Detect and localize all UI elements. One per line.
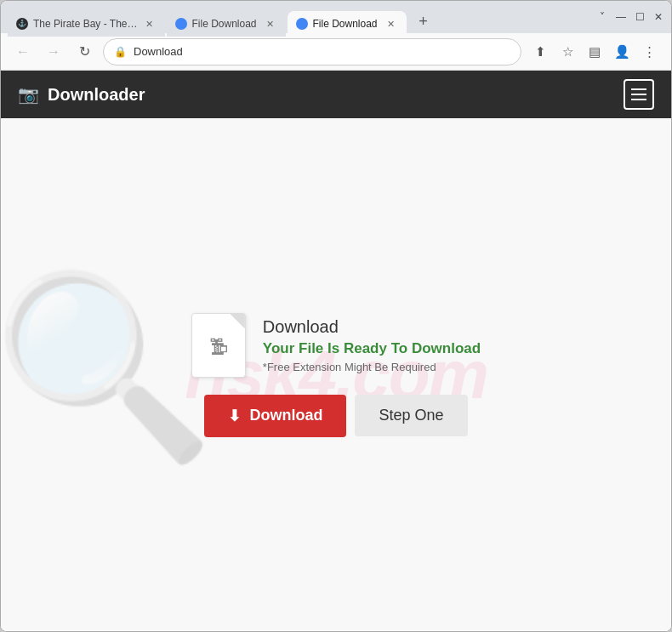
tab-3[interactable]: File Download ✕ <box>288 11 407 37</box>
title-bar: ⚓ The Pirate Bay - The… ✕ File Download … <box>1 1 671 33</box>
window-controls: ˅ — ☐ ✕ <box>596 11 664 23</box>
file-ready-text: Your File Is Ready To Download <box>263 340 481 357</box>
back-button[interactable]: ← <box>11 40 35 64</box>
address-bar[interactable]: 🔒 Download <box>103 38 521 65</box>
file-icon: 🗜 <box>191 313 246 378</box>
tab-3-close[interactable]: ✕ <box>384 17 398 31</box>
maximize-button[interactable]: ☐ <box>634 11 646 23</box>
share-button[interactable]: ⬆ <box>528 40 552 64</box>
menu-button[interactable]: ⋮ <box>637 40 661 64</box>
tab-3-favicon <box>296 18 308 30</box>
tab-1-favicon: ⚓ <box>16 18 28 30</box>
tab-1-title: The Pirate Bay - The… <box>33 18 138 30</box>
tab-2-title: File Download <box>192 18 259 30</box>
sidebar-button[interactable]: ▤ <box>583 40 607 64</box>
zip-icon: 🗜 <box>209 337 228 359</box>
download-label: Download <box>249 407 322 424</box>
file-note: *Free Extension Might Be Required <box>263 361 481 373</box>
download-button[interactable]: ⬇ Download <box>204 395 346 437</box>
address-text: Download <box>134 45 510 58</box>
profile-button[interactable]: 👤 <box>610 40 634 64</box>
new-tab-button[interactable]: + <box>412 9 436 33</box>
browser-window: ⚓ The Pirate Bay - The… ✕ File Download … <box>0 0 672 632</box>
nav-bar: ← → ↻ 🔒 Download ⬆ ☆ ▤ 👤 ⋮ <box>1 33 671 71</box>
main-area: risk4.com 🔍 🗜 Download Your File Is Read… <box>1 118 671 631</box>
lock-icon: 🔒 <box>114 46 127 58</box>
brand-label: Downloader <box>48 85 145 105</box>
tab-2-favicon <box>175 18 187 30</box>
tab-2[interactable]: File Download ✕ <box>167 11 286 37</box>
tab-2-close[interactable]: ✕ <box>264 17 277 31</box>
nav-actions: ⬆ ☆ ▤ 👤 ⋮ <box>528 40 661 64</box>
step-one-button[interactable]: Step One <box>355 395 467 436</box>
buttons-row: ⬇ Download Step One <box>204 395 467 437</box>
step-one-label: Step One <box>379 407 443 424</box>
tab-1-close[interactable]: ✕ <box>143 17 157 31</box>
download-icon: ⬇ <box>228 407 241 425</box>
tab-strip: ⚓ The Pirate Bay - The… ✕ File Download … <box>8 1 589 33</box>
tab-3-title: File Download <box>313 18 379 30</box>
app-navbar: 📷 Downloader <box>1 71 671 118</box>
file-info: 🗜 Download Your File Is Ready To Downloa… <box>191 313 481 378</box>
hamburger-menu-button[interactable] <box>624 79 654 110</box>
hamburger-line-3 <box>631 99 646 100</box>
app-brand: 📷 Downloader <box>18 84 145 105</box>
minimize-button[interactable]: — <box>615 11 627 23</box>
close-button[interactable]: ✕ <box>652 11 664 23</box>
bookmark-button[interactable]: ☆ <box>555 40 579 64</box>
chevron-down-button[interactable]: ˅ <box>596 11 608 23</box>
forward-button[interactable]: → <box>42 40 65 64</box>
hamburger-line-2 <box>631 94 646 95</box>
file-details: Download Your File Is Ready To Download … <box>263 317 481 373</box>
brand-icon: 📷 <box>18 84 39 105</box>
download-card: 🗜 Download Your File Is Ready To Downloa… <box>191 313 481 437</box>
refresh-button[interactable]: ↻ <box>72 40 96 64</box>
file-label: Download <box>263 317 481 337</box>
page-content: 📷 Downloader risk4.com 🔍 <box>1 71 671 631</box>
tab-1[interactable]: ⚓ The Pirate Bay - The… ✕ <box>8 11 165 37</box>
file-corner <box>230 314 245 329</box>
hamburger-line-1 <box>631 88 646 90</box>
watermark-search-icon: 🔍 <box>1 276 215 455</box>
